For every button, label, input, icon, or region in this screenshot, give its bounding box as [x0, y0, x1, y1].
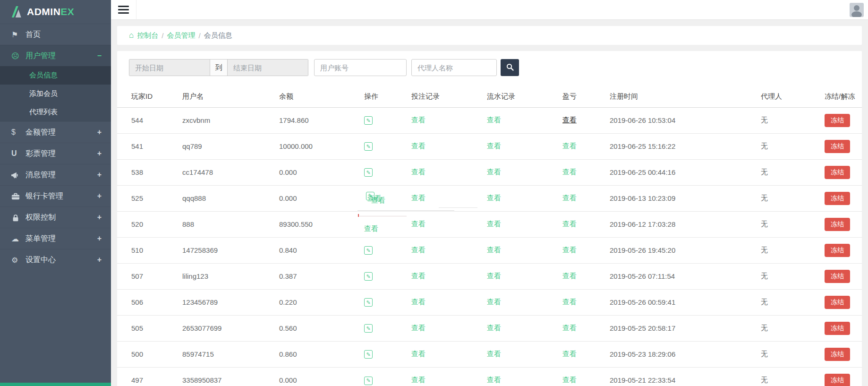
profit-loss-link[interactable]: 查看 [562, 376, 577, 384]
flow-records-link[interactable]: 查看 [487, 350, 501, 358]
account-input[interactable] [314, 59, 407, 76]
freeze-button[interactable]: 冻结 [825, 322, 850, 335]
bet-records-link[interactable]: 查看 [411, 246, 425, 254]
freeze-button[interactable]: 冻结 [825, 192, 850, 205]
edit-icon[interactable]: ✎ [364, 324, 373, 333]
profit-loss-link[interactable]: 查看 [562, 194, 577, 202]
profit-loss-link[interactable]: 查看 [562, 220, 577, 228]
profit-loss-link[interactable]: 查看 [562, 272, 577, 280]
edit-icon[interactable]: ✎ [364, 272, 373, 281]
sidebar-item-settings-center[interactable]: ⚙ 设置中心 + [0, 249, 111, 270]
flow-records-link[interactable]: 查看 [487, 142, 501, 150]
bet-records-link[interactable]: 查看 [411, 168, 425, 176]
profit-loss-link[interactable]: 查看 [562, 350, 577, 358]
bet-records-link[interactable]: 查看 [411, 220, 425, 228]
bet-records-link[interactable]: 查看 [411, 194, 425, 202]
freeze-button[interactable]: 冻结 [825, 140, 850, 153]
view-link-artifact[interactable]: 查看 [371, 196, 385, 205]
brand-logo-icon [10, 6, 23, 18]
freeze-button[interactable]: 冻结 [825, 296, 850, 309]
freeze-button[interactable]: 冻结 [825, 244, 850, 257]
edit-icon[interactable]: ✎ [364, 142, 373, 151]
breadcrumb-console[interactable]: 控制台 [137, 31, 158, 40]
flow-records-link[interactable]: 查看 [487, 116, 501, 124]
sidebar-item-user-management[interactable]: ☹ 用户管理 − [0, 45, 111, 66]
sidebar-item-label: 首页 [26, 30, 102, 40]
sidebar-item-amount-management[interactable]: $ 金额管理 + [0, 121, 111, 143]
sidebar-item-agent-list[interactable]: 代理列表 [0, 103, 111, 121]
expand-icon: + [97, 213, 102, 222]
freeze-button[interactable]: 冻结 [825, 166, 850, 179]
profit-loss-link[interactable]: 查看 [562, 168, 577, 176]
bet-records-link[interactable]: 查看 [411, 324, 425, 332]
cell-register-time: 2019-06-25 00:44:16 [610, 159, 761, 185]
flow-records-link[interactable]: 查看 [487, 220, 501, 228]
freeze-button[interactable]: 冻结 [825, 114, 850, 127]
bet-records-link[interactable]: 查看 [411, 298, 425, 306]
edit-icon[interactable]: ✎ [364, 116, 373, 125]
end-date-input[interactable] [228, 60, 308, 76]
user-avatar[interactable] [850, 3, 864, 17]
freeze-button[interactable]: 冻结 [825, 218, 850, 231]
sidebar-item-label: 金额管理 [26, 128, 97, 137]
sidebar: ADMINEX ⚑ 首页 ☹ 用户管理 − 会员信息 添加会员 代理列表 $ 金… [0, 0, 111, 386]
flow-records-link[interactable]: 查看 [487, 272, 501, 280]
start-date-input[interactable] [129, 60, 210, 76]
flow-records-link[interactable]: 查看 [487, 376, 501, 384]
sidebar-item-label: 菜单管理 [26, 234, 97, 244]
flow-records-link[interactable]: 查看 [487, 168, 501, 176]
agent-name-input[interactable] [411, 59, 497, 76]
cell-register-time: 2019-06-13 10:23:09 [610, 185, 761, 211]
sidebar-item-menu-management[interactable]: ☁ 菜单管理 + [0, 228, 111, 249]
search-button[interactable] [501, 59, 519, 76]
table-row: 506 123456789 0.220 ✎ 查看 查看 查看 2019-05-2… [117, 289, 862, 315]
bet-records-link[interactable]: 查看 [411, 142, 425, 150]
freeze-button[interactable]: 冻结 [825, 270, 850, 283]
sidebar-item-bankcard-management[interactable]: 银行卡管理 + [0, 185, 111, 206]
sidebar-item-add-member[interactable]: 添加会员 [0, 85, 111, 103]
table-row: 538 cc174478 0.000 ✎ 查看 查看 查看 2019-06-25… [117, 159, 862, 185]
edit-icon[interactable]: ✎ [364, 246, 373, 255]
bet-records-link[interactable]: 查看 [411, 376, 425, 384]
flow-records-link[interactable]: 查看 [487, 298, 501, 306]
hamburger-menu-icon[interactable] [111, 0, 136, 20]
magnet-icon: U [11, 149, 26, 158]
sidebar-item-permission-control[interactable]: 权限控制 + [0, 206, 111, 228]
table-header-row: 玩家ID 用户名 余额 操作 投注记录 流水记录 盈亏 注册时间 代理人 冻结/… [117, 86, 862, 107]
cell-balance: 0.840 [279, 237, 364, 263]
cell-player-id: 538 [117, 159, 182, 185]
sidebar-item-home[interactable]: ⚑ 首页 [0, 24, 111, 45]
edit-icon[interactable]: ✎ [364, 377, 373, 385]
edit-icon[interactable]: ✎ [364, 168, 373, 177]
sidebar-item-member-info[interactable]: 会员信息 [0, 66, 111, 85]
profit-loss-link[interactable]: 查看 [562, 298, 577, 306]
edit-icon[interactable]: ✎ [364, 298, 373, 307]
edit-icon[interactable]: ✎ [364, 350, 373, 359]
cell-register-time: 2019-05-21 22:33:54 [610, 367, 761, 386]
flow-records-link[interactable]: 查看 [487, 324, 501, 332]
cell-player-id: 544 [117, 107, 182, 133]
bet-records-link[interactable]: 查看 [411, 350, 425, 358]
sidebar-item-label: 权限控制 [26, 213, 97, 223]
cell-player-id: 525 [117, 185, 182, 211]
cell-balance: 0.387 [279, 263, 364, 289]
freeze-button[interactable]: 冻结 [825, 374, 850, 386]
bet-records-link[interactable]: 查看 [411, 116, 425, 124]
profit-loss-link[interactable]: 查看 [562, 324, 577, 332]
bet-records-link[interactable]: 查看 [411, 272, 425, 280]
flow-records-link[interactable]: 查看 [487, 246, 501, 254]
sidebar-item-lottery-management[interactable]: U 彩票管理 + [0, 143, 111, 164]
freeze-button[interactable]: 冻结 [825, 348, 850, 361]
breadcrumb-member-management[interactable]: 会员管理 [167, 31, 195, 40]
brand-logo[interactable]: ADMINEX [0, 0, 111, 24]
profit-loss-link[interactable]: 查看 [562, 142, 577, 150]
profit-loss-link[interactable]: 查看 [562, 246, 577, 254]
cell-register-time: 2019-06-12 17:03:28 [610, 211, 761, 237]
main-area: ⌂ 控制台 / 会员管理 / 会员信息 到 [111, 0, 868, 386]
breadcrumb-separator: / [162, 32, 163, 40]
view-link[interactable]: 查看 [364, 224, 378, 233]
sidebar-item-message-management[interactable]: 消息管理 + [0, 164, 111, 185]
flow-records-link[interactable]: 查看 [487, 194, 501, 202]
profit-loss-link[interactable]: 查看 [562, 116, 577, 124]
cell-register-time: 2019-05-26 07:11:54 [610, 263, 761, 289]
